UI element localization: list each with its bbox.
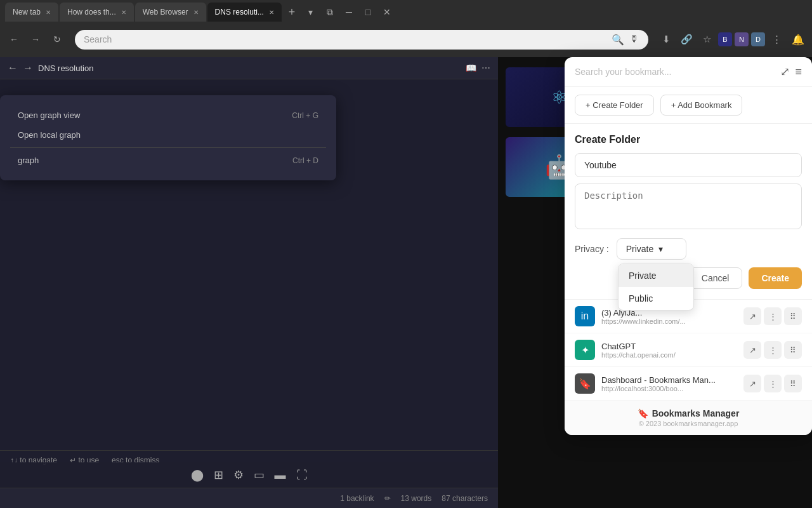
tab-web[interactable]: Web Browser ✕ <box>135 3 206 22</box>
bm-item-url-linkedin: https://www.linkedin.com/... <box>601 318 737 325</box>
add-bookmark-label: + Add Bookmark <box>671 100 732 110</box>
tab-close-web[interactable]: ✕ <box>193 9 199 16</box>
panel-btn[interactable]: ▬ <box>275 469 286 482</box>
new-tab-button[interactable]: + <box>283 3 301 21</box>
read-mode-btn[interactable]: 📖 <box>466 63 476 73</box>
bottom-controls: ⬤ ⊞ ⚙ ▭ ▬ ⛶ <box>0 462 498 488</box>
bm-external-link-linkedin[interactable]: ↗ <box>743 307 761 325</box>
minimize-button[interactable]: ─ <box>340 3 358 21</box>
split-view-button[interactable]: ⧉ <box>321 3 339 21</box>
back-nav-btn[interactable]: ← <box>8 62 18 74</box>
address-row: ← → ↻ 🔍 🎙 ⬇ 🔗 ☆ B N D ⋮ 🔔 <box>0 24 812 55</box>
bm-grid-dashboard[interactable]: ⠿ <box>784 375 802 392</box>
search-input[interactable] <box>84 34 606 44</box>
tab-close-how[interactable]: ✕ <box>121 9 126 16</box>
words-count: 13 words <box>401 494 432 503</box>
settings-gear-btn[interactable]: ⚙ <box>233 468 244 482</box>
share-icon[interactable]: 🔗 <box>678 30 695 48</box>
toggle-btn[interactable]: ⬤ <box>191 468 204 482</box>
bookmark-search-input[interactable] <box>575 67 775 77</box>
privacy-option-private[interactable]: Private <box>619 264 693 287</box>
bm-more-chatgpt[interactable]: ⋮ <box>764 341 782 359</box>
close-window-button[interactable]: ✕ <box>378 3 396 21</box>
tab-label: New tab <box>13 8 41 17</box>
bm-item-info-dashboard: Dashboard - Bookmarks Man... http://loca… <box>601 375 737 392</box>
bm-item-actions-linkedin: ↗ ⋮ ⠿ <box>743 307 802 325</box>
extensions-more[interactable]: ⋮ <box>768 30 785 48</box>
chevron-down-icon: ▾ <box>658 244 663 254</box>
tab-label: Web Browser <box>143 8 188 17</box>
bm-item-title-chatgpt: ChatGPT <box>601 342 737 351</box>
cancel-button[interactable]: Cancel <box>688 267 743 289</box>
voice-icon[interactable]: 🎙 <box>629 34 639 45</box>
tab-list-button[interactable]: ▾ <box>302 3 320 21</box>
bm-external-link-dashboard[interactable]: ↗ <box>743 375 761 392</box>
bm-more-linkedin[interactable]: ⋮ <box>764 307 782 325</box>
fullscreen-btn[interactable]: ⛶ <box>296 469 308 482</box>
bm-item-title-dashboard: Dashboard - Bookmarks Man... <box>601 375 737 385</box>
extension-icon-3[interactable]: D <box>751 32 765 46</box>
bm-external-link-chatgpt[interactable]: ↗ <box>743 341 761 359</box>
folder-name-input[interactable] <box>575 153 802 177</box>
bookmarks-panel: ⤢ ≡ + Create Folder + Add Bookmark Creat… <box>565 57 812 435</box>
dns-content: ← → DNS resolution 📖 ⋯ Open graph view C… <box>0 57 498 508</box>
more-options-btn[interactable]: ⋯ <box>481 63 490 73</box>
sidebar-btn[interactable]: ▭ <box>254 468 265 482</box>
menu-item-label: Open local graph <box>18 130 81 140</box>
maximize-button[interactable]: □ <box>359 3 377 21</box>
extension-icon-2[interactable]: N <box>735 32 749 46</box>
bm-copyright: © 2023 bookmarksmanager.app <box>575 420 802 427</box>
reload-button[interactable]: ↻ <box>48 30 66 48</box>
stats-bar: 1 backlink ✏ 13 words 87 characters <box>0 488 498 508</box>
create-folder-label: + Create Folder <box>586 100 643 110</box>
notifications-icon[interactable]: 🔔 <box>789 30 807 48</box>
tab-close-new[interactable]: ✕ <box>46 9 51 16</box>
grid-btn[interactable]: ⊞ <box>214 468 223 482</box>
privacy-selected-value: Private <box>626 244 654 254</box>
bm-item-info-chatgpt: ChatGPT https://chat.openai.com/ <box>601 342 737 359</box>
privacy-row: Privacy : Private ▾ Private Public <box>575 238 802 260</box>
download-icon[interactable]: ⬇ <box>657 30 675 48</box>
create-folder-button[interactable]: + Create Folder <box>575 95 654 116</box>
tab-label: DNS resoluti... <box>215 8 264 17</box>
bm-actions: + Create Folder + Add Bookmark <box>565 87 812 124</box>
backlinks-count: 1 backlink <box>340 494 374 503</box>
forward-nav-btn[interactable]: → <box>23 62 33 74</box>
create-folder-title: Create Folder <box>575 134 802 145</box>
privacy-label: Privacy : <box>575 244 609 254</box>
bm-brand-name: Bookmarks Manager <box>652 408 740 418</box>
bm-menu-btn[interactable]: ≡ <box>795 65 802 79</box>
menu-item-graph[interactable]: graph Ctrl + D <box>10 150 326 170</box>
create-button[interactable]: Create <box>749 267 802 289</box>
bm-item-url-dashboard: http://localhost:3000/boo... <box>601 385 737 392</box>
privacy-option-public[interactable]: Public <box>619 287 693 310</box>
dns-page-title: DNS resolution <box>38 64 93 73</box>
menu-item-open-graph[interactable]: Open graph view Ctrl + G <box>10 105 326 125</box>
folder-description-input[interactable] <box>575 184 802 229</box>
address-bar[interactable]: 🔍 🎙 <box>75 30 648 50</box>
bookmark-star-icon[interactable]: ☆ <box>698 30 716 48</box>
bm-grid-linkedin[interactable]: ⠿ <box>784 307 802 325</box>
browser-tabs: New tab ✕ How does th... ✕ Web Browser ✕… <box>0 0 812 24</box>
back-button[interactable]: ← <box>5 30 23 48</box>
extension-icon-1[interactable]: B <box>718 32 732 46</box>
menu-item-local-graph[interactable]: Open local graph <box>10 125 326 145</box>
search-icon[interactable]: 🔍 <box>612 34 624 46</box>
left-panel: ← → DNS resolution 📖 ⋯ Open graph view C… <box>0 57 498 508</box>
edit-icon: ✏ <box>384 494 391 503</box>
bm-expand-btn[interactable]: ⤢ <box>780 65 790 79</box>
bm-grid-chatgpt[interactable]: ⠿ <box>784 341 802 359</box>
tab-how[interactable]: How does th... ✕ <box>60 3 134 22</box>
bm-more-dashboard[interactable]: ⋮ <box>764 375 782 392</box>
bm-item-chatgpt[interactable]: ✦ ChatGPT https://chat.openai.com/ ↗ ⋮ ⠿ <box>565 333 812 367</box>
tab-close-dns[interactable]: ✕ <box>269 9 274 16</box>
chars-count: 87 characters <box>442 494 488 503</box>
add-bookmark-button[interactable]: + Add Bookmark <box>660 95 743 116</box>
forward-button[interactable]: → <box>27 30 44 48</box>
privacy-select[interactable]: Private ▾ <box>617 238 686 260</box>
dns-header: ← → DNS resolution 📖 ⋯ <box>0 57 498 79</box>
menu-item-label: Open graph view <box>18 110 80 120</box>
tab-new[interactable]: New tab ✕ <box>5 3 58 22</box>
bm-item-dashboard[interactable]: 🔖 Dashboard - Bookmarks Man... http://lo… <box>565 367 812 401</box>
tab-dns[interactable]: DNS resoluti... ✕ <box>207 3 282 22</box>
